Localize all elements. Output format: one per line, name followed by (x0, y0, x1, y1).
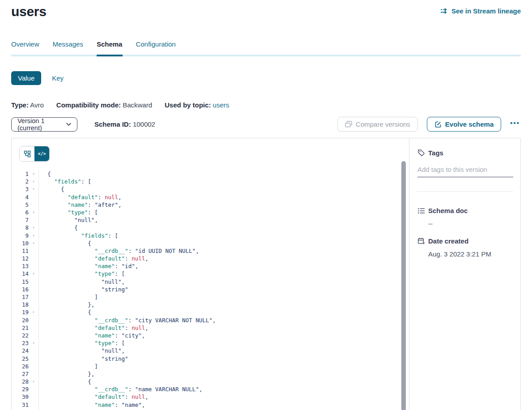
tab-configuration[interactable]: Configuration (136, 40, 175, 55)
fold-spacer (29, 355, 39, 363)
fold-spacer (29, 278, 39, 286)
code-text: { (39, 308, 91, 316)
fold-arrow-icon[interactable]: ▾ (29, 308, 39, 316)
fold-arrow-icon[interactable]: ▾ (29, 239, 39, 247)
code-text: "default": null, (39, 255, 149, 262)
code-line: 7 "null", (12, 216, 409, 224)
line-number: 11 (12, 247, 29, 255)
schema-card: </> 1▾{2▾ "fields": [3▾ {4 "default": nu… (11, 138, 521, 410)
code-text: { (39, 170, 51, 178)
version-select-value: Version 1 (current) (17, 117, 66, 132)
fold-spacer (29, 255, 39, 262)
code-line: 30 "default": null, (12, 393, 409, 401)
stream-lineage-link[interactable]: See in Stream lineage (440, 7, 521, 15)
line-number: 5 (12, 201, 29, 209)
fold-spacer (29, 193, 39, 201)
code-line: 3▾ { (12, 185, 409, 193)
schema-id-value: 100002 (133, 120, 155, 128)
compat-value: Backward (123, 101, 152, 109)
line-number: 25 (12, 355, 29, 363)
fold-arrow-icon[interactable]: ▾ (29, 339, 39, 347)
code-text: "fields": [ (39, 178, 91, 185)
code-line: 8▾ { (12, 224, 409, 231)
code-line: 2▾ "fields": [ (12, 178, 409, 185)
code-text: "type": [ (39, 209, 98, 216)
date-created-title: Date created (428, 237, 468, 245)
compare-versions-icon (345, 121, 352, 128)
fold-arrow-icon[interactable]: ▾ (29, 209, 39, 216)
fold-spacer (29, 332, 39, 339)
editor-view-toggle: </> (19, 146, 50, 162)
code-line: 11 "__crdb__": "id UUID NOT NULL", (12, 247, 409, 255)
code-line: 5 "name": "after", (12, 201, 409, 209)
fold-arrow-icon[interactable]: ▾ (29, 170, 39, 178)
line-number: 27 (12, 370, 29, 378)
schema-doc-title: Schema doc (428, 207, 468, 214)
key-button[interactable]: Key (52, 74, 64, 82)
compare-versions-button[interactable]: Compare versions (337, 117, 418, 132)
line-number: 4 (12, 193, 29, 201)
code-line: 12 "default": null, (12, 255, 409, 262)
fold-arrow-icon[interactable]: ▾ (29, 378, 39, 385)
code-line: 26 ] (12, 363, 409, 370)
code-text: { (39, 185, 64, 193)
topic-link[interactable]: users (213, 101, 230, 109)
fold-arrow-icon[interactable]: ▾ (29, 224, 39, 231)
line-number: 29 (12, 385, 29, 393)
tags-input[interactable] (417, 164, 513, 177)
schema-doc-section: Schema doc -- (417, 207, 513, 227)
line-number: 30 (12, 393, 29, 401)
code-text: "name": "after", (39, 201, 122, 209)
line-number: 19 (12, 308, 29, 316)
evolve-schema-label: Evolve schema (445, 120, 494, 128)
line-number: 21 (12, 324, 29, 332)
line-number: 3 (12, 185, 29, 193)
line-number: 26 (12, 363, 29, 370)
code-view-button[interactable]: </> (34, 146, 49, 161)
tree-view-button[interactable] (20, 146, 34, 161)
chevron-down-icon (66, 123, 71, 126)
calendar-plus-icon (417, 237, 425, 245)
tab-messages[interactable]: Messages (53, 40, 83, 55)
line-number: 24 (12, 347, 29, 354)
code-text: "string" (39, 355, 128, 363)
tab-schema[interactable]: Schema (97, 40, 123, 55)
fold-arrow-icon[interactable]: ▾ (29, 270, 39, 278)
fold-spacer (29, 262, 39, 270)
editor-scrollbar[interactable] (401, 161, 406, 410)
version-select[interactable]: Version 1 (current) (11, 117, 77, 132)
line-number: 23 (12, 339, 29, 347)
code-line: 4 "default": null, (12, 193, 409, 201)
value-button[interactable]: Value (11, 71, 41, 85)
line-number: 2 (12, 178, 29, 185)
code-text: { (39, 224, 78, 231)
tab-overview[interactable]: Overview (11, 40, 39, 55)
topic-label: Used by topic: (165, 101, 211, 109)
code-line: 23▾ "type": [ (12, 339, 409, 347)
tags-title: Tags (428, 149, 443, 157)
stream-lineage-label: See in Stream lineage (451, 7, 521, 15)
line-number: 22 (12, 332, 29, 339)
code-line: 29 "__crdb__": "name VARCHAR NULL", (12, 385, 409, 393)
fold-arrow-icon[interactable]: ▾ (29, 178, 39, 185)
fold-arrow-icon[interactable]: ▾ (29, 232, 39, 239)
code-text: "__crdb__": "name VARCHAR NULL", (39, 385, 202, 393)
code-text: "__crdb__": "city VARCHAR NOT NULL", (39, 316, 216, 324)
code-line: 16 "string" (12, 286, 409, 293)
more-options-button[interactable]: ••• (510, 119, 521, 129)
fold-arrow-icon[interactable]: ▾ (29, 185, 39, 193)
evolve-schema-button[interactable]: Evolve schema (427, 117, 501, 132)
code-text: "name": "name", (39, 401, 145, 409)
tree-view-icon (24, 150, 31, 158)
date-created-value: Aug. 3 2022 3:21 PM (428, 250, 513, 258)
line-number: 10 (12, 239, 29, 247)
code-line: 25 "string" (12, 355, 409, 363)
line-number: 7 (12, 216, 29, 224)
fold-spacer (29, 324, 39, 332)
line-number: 15 (12, 278, 29, 286)
code-line: 21 "default": null, (12, 324, 409, 332)
edit-icon (434, 121, 442, 128)
code-text: "null", (39, 278, 125, 286)
meta-type: Type: Avro (11, 101, 44, 109)
line-number: 31 (12, 401, 29, 409)
